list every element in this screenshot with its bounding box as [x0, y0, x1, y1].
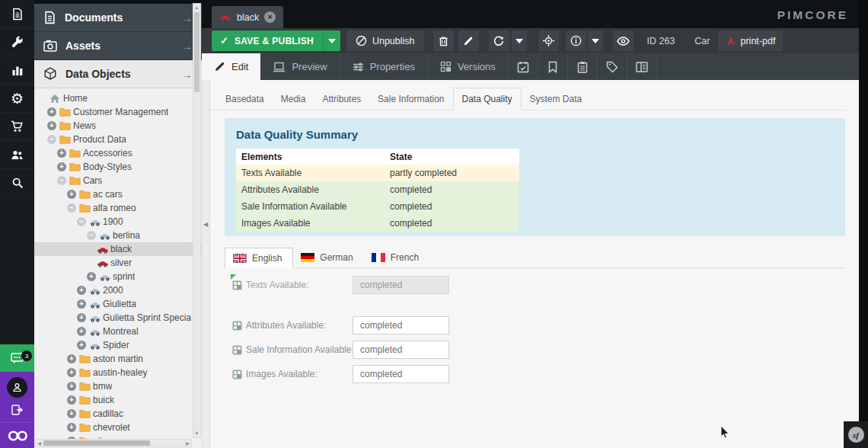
tree-item[interactable]: +Montreal: [34, 325, 202, 338]
tree-item[interactable]: −alfa romeo: [34, 201, 202, 215]
reload-options-button[interactable]: [512, 30, 527, 51]
tags-tag-button[interactable]: [598, 53, 627, 80]
expander-icon[interactable]: −: [77, 217, 86, 226]
tree-item[interactable]: +Accessories: [34, 146, 202, 160]
tree-horizontal-scrollbar[interactable]: ◀ ▶: [35, 439, 192, 447]
scroll-up-icon[interactable]: ▲: [193, 4, 200, 11]
expander-icon[interactable]: +: [47, 121, 56, 130]
language-tab-german[interactable]: German: [293, 248, 363, 267]
object-tab-black[interactable]: black ✕: [212, 6, 283, 28]
tree-item[interactable]: −1900: [34, 215, 202, 229]
tree-item[interactable]: +Spider: [34, 338, 202, 352]
expander-icon[interactable]: +: [77, 313, 86, 322]
field-input[interactable]: [353, 365, 449, 383]
ecommerce-rail-button[interactable]: [0, 113, 34, 141]
reload-button[interactable]: [489, 30, 509, 51]
rename-button[interactable]: [458, 30, 479, 51]
tree-item[interactable]: +2000: [34, 283, 202, 297]
tree-item[interactable]: −berlina: [34, 229, 202, 242]
field-input[interactable]: [353, 341, 449, 359]
logout-button[interactable]: [0, 398, 34, 422]
reports-clipboard-button[interactable]: [568, 53, 598, 80]
scroll-thumb[interactable]: [194, 12, 199, 92]
info-button[interactable]: [566, 30, 586, 51]
tree-item[interactable]: +News: [34, 119, 202, 133]
language-tab-english[interactable]: English: [225, 248, 293, 268]
expander-icon[interactable]: +: [57, 162, 66, 171]
expander-icon[interactable]: −: [87, 231, 96, 240]
expander-icon[interactable]: −: [57, 176, 66, 185]
tab-properties[interactable]: Properties: [340, 53, 428, 80]
accordion-assets[interactable]: Assets →: [34, 32, 202, 60]
expander-icon[interactable]: +: [67, 368, 76, 377]
subtab-media[interactable]: Media: [273, 88, 314, 110]
open-preview-button[interactable]: [613, 30, 633, 51]
expander-icon[interactable]: +: [67, 354, 76, 363]
panel-splitter[interactable]: ◀: [202, 80, 210, 448]
info-options-button[interactable]: [588, 30, 603, 51]
expander-icon[interactable]: +: [67, 423, 76, 432]
expander-icon[interactable]: +: [77, 341, 86, 350]
print-pdf-button[interactable]: print-pdf: [718, 30, 783, 51]
expander-icon[interactable]: −: [47, 135, 56, 144]
tree-item[interactable]: +ac cars: [34, 187, 202, 201]
tab-versions[interactable]: Versions: [428, 53, 509, 80]
tree-item[interactable]: silver: [34, 256, 202, 270]
expander-icon[interactable]: +: [67, 395, 76, 405]
expander-icon[interactable]: −: [67, 203, 76, 213]
tree-item[interactable]: −Product Data: [34, 133, 202, 146]
tree-item[interactable]: +Giulietta: [34, 297, 202, 311]
tree-item[interactable]: Home: [34, 91, 202, 105]
expander-icon[interactable]: +: [67, 382, 76, 391]
expander-icon[interactable]: +: [77, 286, 86, 295]
close-icon[interactable]: ✕: [264, 11, 276, 23]
subtab-system-data[interactable]: System Data: [522, 88, 591, 110]
tree-item[interactable]: −Cars: [34, 174, 202, 187]
expander-icon[interactable]: +: [87, 272, 96, 281]
expander-icon[interactable]: +: [67, 409, 76, 418]
scroll-down-icon[interactable]: ▼: [193, 430, 200, 437]
tree-item[interactable]: +Body-Styles: [34, 160, 202, 174]
save-and-publish-button[interactable]: ✓ SAVE & PUBLISH: [212, 30, 340, 51]
tree-vertical-scrollbar[interactable]: ▲ ▼: [193, 3, 201, 438]
expander-icon[interactable]: +: [47, 107, 56, 117]
tree-item[interactable]: black: [34, 242, 202, 256]
tree-item[interactable]: +chevrolet: [34, 421, 202, 434]
accordion-documents[interactable]: Documents →: [34, 4, 202, 32]
tree-item[interactable]: +aston martin: [34, 352, 202, 366]
schedule-calendar-button[interactable]: [509, 53, 538, 80]
expander-icon[interactable]: +: [67, 190, 76, 199]
accordion-data-objects[interactable]: Data Objects →: [34, 60, 202, 88]
tree-item[interactable]: +sprint: [34, 270, 202, 283]
tree-item[interactable]: +buick: [34, 393, 202, 407]
tree-item[interactable]: +Gulietta Sprint Specia: [34, 311, 202, 325]
tools-rail-button[interactable]: [0, 28, 34, 56]
tree-item[interactable]: +Customer Management: [34, 105, 202, 119]
reports-rail-button[interactable]: [0, 56, 34, 85]
tab-edit[interactable]: Edit: [202, 53, 260, 80]
expander-icon[interactable]: +: [57, 149, 66, 158]
documents-rail-button[interactable]: [0, 0, 34, 28]
field-input[interactable]: [353, 316, 449, 334]
tab-preview[interactable]: Preview: [260, 53, 340, 80]
scroll-left-icon[interactable]: ◀: [36, 440, 43, 446]
expander-icon[interactable]: +: [77, 327, 86, 336]
collapse-panel-icon[interactable]: ◀: [203, 221, 208, 228]
subtab-sale-information[interactable]: Sale Information: [369, 88, 452, 110]
expander-icon[interactable]: +: [77, 299, 86, 309]
delete-button[interactable]: [433, 30, 454, 51]
scroll-thumb[interactable]: [43, 440, 150, 446]
symfony-profiler-button[interactable]: sf: [844, 421, 868, 448]
notes-bookmark-button[interactable]: [538, 53, 568, 80]
workflow-columns-button[interactable]: [627, 53, 657, 80]
scroll-right-icon[interactable]: ▶: [184, 440, 191, 446]
tree-item[interactable]: +austin-healey: [34, 366, 202, 379]
users-rail-button[interactable]: [0, 141, 34, 169]
locate-in-tree-button[interactable]: [538, 30, 559, 51]
subtab-data-quality[interactable]: Data Quality: [453, 88, 522, 110]
user-avatar[interactable]: [7, 377, 27, 398]
save-options-button[interactable]: [323, 30, 340, 51]
tree-item[interactable]: +cadillac: [34, 407, 202, 421]
subtab-basedata[interactable]: Basedata: [217, 88, 273, 110]
settings-rail-button[interactable]: ⚙: [0, 85, 34, 113]
